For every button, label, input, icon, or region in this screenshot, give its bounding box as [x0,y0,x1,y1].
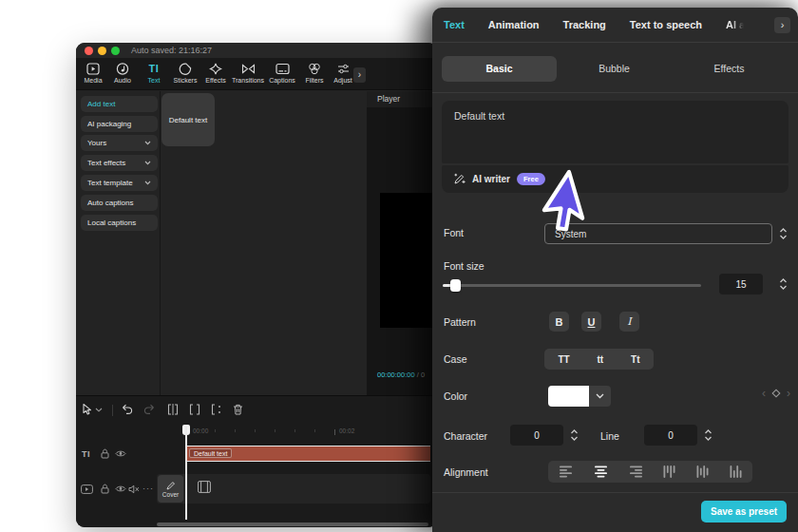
tabs-overflow-button[interactable]: › [774,17,790,33]
zoom-window-button[interactable] [111,47,120,55]
sidebar-item-text-effects[interactable]: Text effects [81,155,158,171]
underline-button[interactable]: U [581,312,601,332]
trim-left-icon[interactable] [189,404,200,415]
font-size-slider[interactable] [443,279,701,292]
undo-icon[interactable] [121,404,133,415]
panel-tab-bar: Text Animation Tracking Text to speech A… [432,8,798,43]
toolbar-item-transitions[interactable]: Transitions [230,63,266,84]
keyframe-prev-icon[interactable]: ‹ [762,388,766,399]
subtab-bar: Basic Bubble Effects [442,50,787,86]
stepper-icon [570,428,579,442]
ruler-tick [255,429,256,432]
color-dropdown-button[interactable] [589,386,611,407]
subtab-basic[interactable]: Basic [442,56,557,82]
valign-bottom-icon[interactable] [730,465,742,479]
chevron-down-icon [596,393,604,399]
case-label: Case [444,353,467,365]
font-size-stepper[interactable] [776,274,789,294]
sidebar-item-local-captions[interactable]: Local captions [81,215,158,231]
audio-icon [116,63,129,75]
tab-ai[interactable]: AI a [726,19,745,30]
delete-icon[interactable] [233,404,243,415]
tab-text[interactable]: Text [444,19,465,30]
keyframe-controls: ‹ › [762,388,790,399]
cover-button[interactable]: Cover [158,475,183,503]
line-label: Line [600,430,619,442]
italic-button[interactable]: I [619,312,639,332]
mute-icon[interactable] [128,484,140,494]
subtab-bubble[interactable]: Bubble [557,56,672,82]
player-panel: Player 00:00:00:00 / 0 [367,91,437,395]
eye-icon[interactable] [115,484,126,493]
sidebar-item-yours[interactable]: Yours [81,135,158,151]
tool-dropdown-icon[interactable] [95,408,103,412]
split-icon[interactable] [167,404,179,415]
align-left-icon[interactable] [559,466,573,478]
line-value[interactable]: 0 [644,425,697,446]
text-clip[interactable]: Default text [187,446,430,462]
slider-thumb[interactable] [450,279,461,292]
align-center-icon[interactable] [594,466,608,478]
bold-button[interactable]: B [549,312,569,332]
tab-animation[interactable]: Animation [488,19,540,30]
close-window-button[interactable] [85,47,93,55]
font-stepper[interactable] [776,223,789,244]
eye-icon[interactable] [115,449,126,458]
font-size-value[interactable]: 15 [719,274,763,294]
tab-tracking[interactable]: Tracking [563,19,606,30]
ai-writer-button[interactable]: AI writer Free [442,165,788,193]
captions-icon [276,63,290,75]
film-icon [198,481,211,493]
video-preview[interactable] [380,193,437,328]
filters-icon [308,63,321,75]
minimize-window-button[interactable] [98,47,106,55]
font-select[interactable]: System [544,223,772,244]
toolbar-item-effects[interactable]: Effects [198,63,234,84]
timeline-panel: 00:00 00:02 TI Default text ··· Cover [76,395,437,527]
main-toolbar: Media Audio TI Text Stickers Effects Tra… [76,58,437,90]
line-stepper[interactable] [701,425,714,446]
valign-middle-icon[interactable] [696,465,709,479]
capitalize-button[interactable]: Tt [631,354,639,365]
lock-icon[interactable] [101,484,109,494]
align-right-icon[interactable] [629,466,643,478]
autosave-status: Auto saved: 21:16:27 [131,46,212,55]
select-tool-icon[interactable] [83,404,92,415]
redo-icon[interactable] [143,404,156,415]
stickers-icon [179,63,192,75]
pattern-label: Pattern [444,316,476,328]
font-size-label: Font size [444,260,484,272]
valign-top-icon[interactable] [663,465,675,479]
font-label: Font [444,227,464,238]
color-swatch[interactable] [548,386,589,407]
toolbar-item-captions[interactable]: Captions [264,63,300,84]
character-stepper[interactable] [567,425,580,446]
lowercase-button[interactable]: tt [598,354,604,365]
save-as-preset-button[interactable]: Save as preset [701,501,787,522]
lock-icon[interactable] [101,448,109,459]
text-input[interactable]: Default text [442,101,788,163]
character-value[interactable]: 0 [510,425,563,446]
toolbar-overflow-button[interactable]: › [353,67,366,83]
track-more-icon[interactable]: ··· [142,484,154,493]
color-label: Color [444,390,467,402]
keyframe-next-icon[interactable]: › [787,388,790,399]
sidebar-item-ai-packaging[interactable]: AI packaging [81,116,158,132]
subtab-effects[interactable]: Effects [672,56,787,82]
adjust-icon [337,63,350,75]
keyframe-diamond-icon[interactable] [771,389,781,398]
default-text-card[interactable]: Default text [162,93,215,146]
sidebar-item-text-template[interactable]: Text template [81,175,158,191]
sidebar-item-auto-captions[interactable]: Auto captions [81,195,158,211]
alignment-group [548,461,752,483]
chevron-down-icon [144,180,151,185]
trim-right-icon[interactable] [211,404,222,415]
playhead-line [185,427,187,520]
uppercase-button[interactable]: TT [558,354,569,365]
timeline-scrollbar[interactable] [157,522,428,526]
text-settings-panel: Text Animation Tracking Text to speech A… [432,8,798,532]
tab-text-to-speech[interactable]: Text to speech [630,19,702,30]
sidebar-item-add-text[interactable]: Add text [81,96,158,112]
clip-label: Default text [189,448,232,458]
effects-icon [209,63,222,75]
